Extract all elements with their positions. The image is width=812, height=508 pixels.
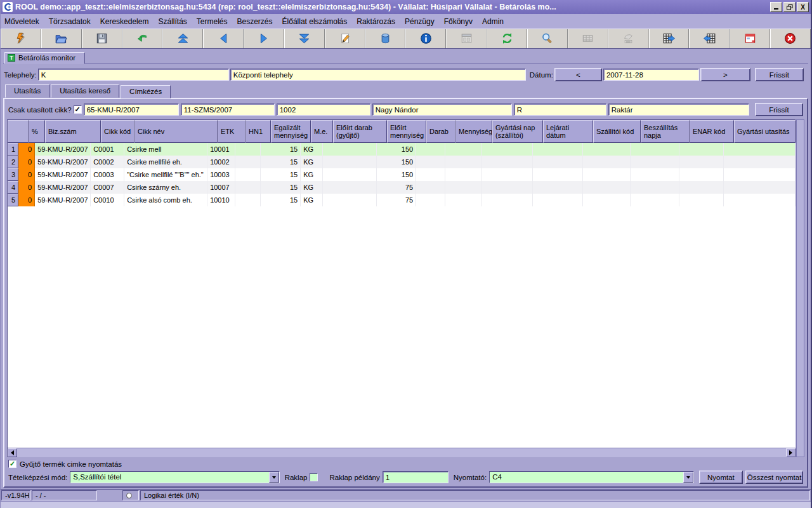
menu-item-szallitas[interactable]: Szállítás: [158, 17, 187, 26]
toolbar-close-stop-button[interactable]: [770, 29, 811, 48]
nyomtato-dropdown-button[interactable]: [683, 472, 693, 483]
menu-item-penzugy[interactable]: Pénzügy: [405, 17, 435, 26]
filter-field-raktar-kod[interactable]: [514, 104, 606, 116]
toolbar-search-button[interactable]: [527, 29, 568, 48]
row-number[interactable]: 3: [8, 168, 18, 181]
filter-field-raktar-nev[interactable]: [608, 104, 749, 116]
table-row[interactable]: 5059-KMU-R/2007C0010Csirke alsó comb eh.…: [8, 194, 796, 206]
column-header-eloirt-darab-gyujto-[interactable]: Előírt darab (gyűjtő): [333, 120, 387, 143]
table-row[interactable]: 1059-KMU-R/2007C0001Csirke mell1000115KG…: [8, 143, 796, 156]
column-header-gyartasi-utasitas[interactable]: Gyártási utasítás: [734, 120, 796, 143]
tab-betarolas-monitor[interactable]: T Betárolás monitor: [4, 52, 85, 64]
menu-item-raktarozas[interactable]: Raktározás: [357, 17, 395, 26]
gyujto-checkbox[interactable]: [8, 460, 16, 468]
filter-field-szallitolevel[interactable]: [181, 104, 275, 116]
menu-item-fokonyv[interactable]: Főkönyv: [444, 17, 473, 26]
column-header-m-e-[interactable]: M.e.: [311, 120, 333, 143]
minimize-button[interactable]: [770, 2, 782, 12]
nyomtat-button[interactable]: Nyomtat: [699, 471, 743, 484]
row-number[interactable]: 5: [8, 194, 18, 206]
column-header-egalizalt-mennyiseg[interactable]: Egalizált mennyiség: [271, 120, 311, 143]
toolbar-refresh-button[interactable]: [487, 29, 527, 48]
menu-item-termeles[interactable]: Termelés: [197, 17, 228, 26]
refresh-top-button[interactable]: Frissít: [755, 68, 804, 81]
calculator-icon: [622, 32, 634, 46]
lightning-icon: [15, 32, 27, 46]
row-number[interactable]: 1: [8, 143, 18, 156]
nyomtato-combo[interactable]: C4: [489, 471, 694, 483]
scroll-right-button[interactable]: [786, 448, 796, 457]
scroll-left-button[interactable]: [8, 448, 17, 457]
menu-item-muveletek[interactable]: Műveletek: [4, 17, 39, 26]
vertical-scrollbar[interactable]: [796, 119, 804, 457]
toolbar-import-table-button[interactable]: [689, 29, 730, 48]
tetelkepzesi-combo[interactable]: S,Szállítói tétel: [70, 471, 279, 483]
horizontal-scrollbar[interactable]: [8, 448, 796, 457]
table-row[interactable]: 3059-KMU-R/2007C0003"Csirke mellfilé ""B…: [8, 168, 796, 181]
close-button[interactable]: X: [797, 2, 809, 12]
toolbar-info-button[interactable]: [405, 29, 446, 48]
menu-item-admin[interactable]: Admin: [482, 17, 504, 26]
toolbar-lightning-button[interactable]: [1, 29, 41, 48]
column-header-mennyiseg[interactable]: Mennyiség: [455, 120, 492, 143]
column-header-gyartasi-nap-szallitoi-[interactable]: Gyártási nap (szállítói): [492, 120, 543, 143]
toolbar-calculator-button: [608, 29, 649, 48]
tab-cimkezes[interactable]: Címkézés: [121, 85, 171, 98]
refresh-filter-button[interactable]: Frissít: [755, 103, 803, 116]
toolbar-prev-record-button[interactable]: [203, 29, 244, 48]
toolbar-undo-arrow-button[interactable]: [122, 29, 163, 48]
toolbar-save-button[interactable]: [82, 29, 122, 48]
column-header-etk[interactable]: ETK: [218, 120, 246, 143]
toolbar-database-button[interactable]: [365, 29, 406, 48]
tab-utasitas-kereso[interactable]: Utasítás kereső: [51, 84, 119, 98]
toolbar-last-record-button[interactable]: [284, 29, 325, 48]
table-row[interactable]: 4059-KMU-R/2007C0007Csirke szárny eh.100…: [8, 181, 796, 194]
telephely-name-input[interactable]: [230, 69, 526, 81]
row-number[interactable]: 2: [8, 156, 18, 168]
form-window-icon: [461, 32, 473, 46]
osszest-nyomtat-button[interactable]: Összest nyomtat: [745, 471, 803, 484]
column-header-enar-kod[interactable]: ENAR kód: [690, 120, 734, 143]
menu-item-kereskedelem[interactable]: Kereskedelem: [100, 17, 149, 26]
filter-field-bizonylat[interactable]: [84, 104, 179, 116]
restore-button[interactable]: [783, 2, 796, 12]
column-header--[interactable]: %: [29, 120, 45, 143]
cell: 59-KMU-R/2007: [35, 181, 91, 194]
telephely-code-input[interactable]: [38, 69, 229, 81]
table-row[interactable]: 2059-KMU-R/2007C0002Csirke mellfilé eh.1…: [8, 156, 796, 168]
cell: C0001: [91, 143, 124, 156]
menu-item-eloallat-elszamolas[interactable]: Élőállat elszámolás: [282, 17, 348, 26]
toolbar-edit-pencil-button[interactable]: [325, 29, 365, 48]
menu-item-torzsadatok[interactable]: Törzsadatok: [49, 17, 91, 26]
date-input[interactable]: [603, 69, 699, 81]
menu-item-beszerzes[interactable]: Beszerzés: [237, 17, 273, 26]
tetelkepzesi-dropdown-button[interactable]: [269, 472, 279, 483]
row-number[interactable]: 4: [8, 181, 18, 194]
column-header-darab[interactable]: Darab: [426, 120, 455, 143]
toolbar-window-red-button[interactable]: [730, 29, 770, 48]
column-header-cikk-kod[interactable]: Cikk kód: [101, 120, 134, 143]
date-prev-button[interactable]: <: [554, 68, 602, 81]
column-header-cikk-nev[interactable]: Cikk név: [134, 120, 218, 143]
column-header-lejarati-datum[interactable]: Lejárati dátum: [543, 120, 593, 143]
raklap-peldany-input[interactable]: [383, 471, 449, 483]
column-header-beszallitas-napja[interactable]: Beszállítás napja: [641, 120, 690, 143]
column-header-eloirt-mennyiseg[interactable]: Előírt mennyiség: [387, 120, 426, 143]
toolbar-open-folder-button[interactable]: [41, 29, 82, 48]
filter-checkbox[interactable]: [74, 105, 82, 114]
tab-utasitas[interactable]: Utasítás: [5, 84, 49, 98]
column-header-biz-szam[interactable]: Biz.szám: [45, 120, 101, 143]
column-header-hn1[interactable]: HN1: [246, 120, 271, 143]
filter-field-partner-kod[interactable]: [277, 104, 370, 116]
toolbar-export-table-button[interactable]: [649, 29, 690, 48]
column-header-szallitoi-kod[interactable]: Szállítói kód: [593, 120, 641, 143]
cell: 15: [261, 194, 301, 206]
cell: 0: [18, 156, 35, 168]
version-panel: -v1.94H: [1, 490, 30, 500]
date-next-button[interactable]: >: [700, 68, 750, 81]
raklap-checkbox[interactable]: [310, 473, 318, 481]
filter-field-partner-nev[interactable]: [372, 104, 512, 116]
toolbar-first-record-button[interactable]: [162, 29, 203, 48]
toolbar-next-record-button[interactable]: [244, 29, 284, 48]
cell: KG: [301, 181, 323, 194]
